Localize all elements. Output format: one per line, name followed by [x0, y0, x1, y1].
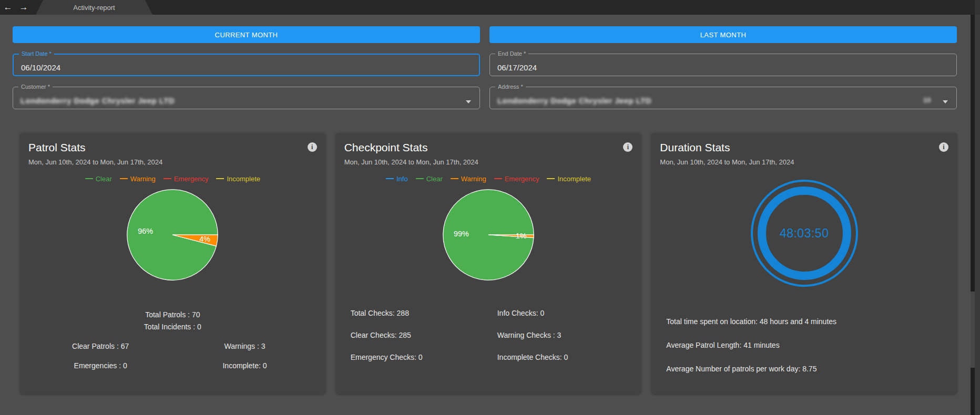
- back-arrow-icon[interactable]: ←: [0, 0, 16, 15]
- pie-slice-label: 1%: [516, 232, 527, 240]
- average-patrols-per-day-stat: Average Number of patrols per work day: …: [666, 364, 948, 374]
- emergency-checks-stat: Emergency Checks: 0: [351, 353, 497, 361]
- info-icon[interactable]: i: [623, 142, 632, 152]
- legend-item-info[interactable]: Info: [386, 175, 408, 183]
- checkpoint-pie-chart[interactable]: 99%1%: [344, 187, 633, 285]
- start-date-label: Start Date *: [19, 51, 54, 57]
- duration-stats-date-range: Mon, Jun 10th, 2024 to Mon, Jun 17th, 20…: [660, 158, 948, 166]
- pie-slice-label: 4%: [200, 235, 211, 243]
- legend-label: Clear: [426, 175, 443, 183]
- address-value: Londonderry Dodge Chrysler Jeep LTD: [497, 96, 651, 105]
- scrollbar-track[interactable]: [971, 15, 975, 415]
- info-icon[interactable]: i: [308, 142, 317, 152]
- legend-dash: [494, 178, 502, 179]
- legend-item-warning[interactable]: Warning: [120, 175, 156, 183]
- pie-slice-label: 99%: [454, 230, 469, 238]
- info-icon[interactable]: i: [939, 142, 948, 152]
- last-month-button[interactable]: LAST MONTH: [489, 26, 957, 43]
- address-select[interactable]: Address * Londonderry Dodge Chrysler Jee…: [489, 84, 957, 109]
- legend-label: Info: [396, 175, 408, 183]
- legend-label: Warning: [461, 175, 486, 183]
- legend-item-incomplete[interactable]: Incomplete: [216, 175, 260, 183]
- legend-item-clear[interactable]: Clear: [416, 175, 443, 183]
- current-month-button[interactable]: CURRENT MONTH: [13, 26, 480, 43]
- checkpoint-stats-date-range: Mon, Jun 10th, 2024 to Mon, Jun 17th, 20…: [344, 158, 633, 166]
- start-date-field[interactable]: Start Date * 06/10/2024: [13, 51, 480, 76]
- pie-slice-label: 96%: [138, 227, 154, 235]
- average-patrol-length-stat: Average Patrol Length: 41 minutes: [666, 340, 948, 350]
- clear-patrols-stat: Clear Patrols : 67: [28, 342, 172, 350]
- filter-section: CURRENT MONTH LAST MONTH Start Date * 06…: [0, 15, 971, 109]
- legend-label: Incomplete: [227, 175, 260, 183]
- patrol-legend: Clear Warning Emergency Incomplete: [28, 174, 317, 183]
- tab-title: Activity-report: [73, 4, 115, 12]
- topbar-edge: [975, 0, 980, 15]
- checkpoint-stats-title: Checkpoint Stats: [344, 141, 428, 154]
- customer-select[interactable]: Customer * Londonderry Dodge Chrysler Je…: [13, 84, 480, 109]
- legend-item-emergency[interactable]: Emergency: [494, 175, 539, 183]
- legend-label: Clear: [96, 175, 112, 183]
- window-edge: [975, 15, 980, 415]
- legend-label: Emergency: [174, 175, 209, 183]
- warning-checks-stat: Warning Checks : 3: [497, 331, 633, 339]
- incomplete-checks-stat: Incomplete Checks: 0: [497, 353, 633, 361]
- patrol-pie-chart[interactable]: 96%4%: [28, 187, 317, 285]
- tab-activity-report[interactable]: Activity-report: [36, 0, 152, 15]
- legend-item-warning[interactable]: Warning: [451, 175, 486, 183]
- forward-arrow-icon[interactable]: →: [16, 0, 32, 15]
- clear-checks-stat: Clear Checks: 285: [351, 331, 497, 339]
- customer-value: Londonderry Dodge Chrysler Jeep LTD: [21, 96, 175, 105]
- top-navigation-bar: ← → Activity-report: [0, 0, 980, 15]
- legend-dash: [416, 178, 424, 179]
- end-date-field[interactable]: End Date * 06/17/2024: [489, 51, 957, 76]
- legend-label: Incomplete: [557, 175, 591, 183]
- total-checks-stat: Total Checks: 288: [351, 309, 497, 317]
- legend-label: Warning: [130, 175, 156, 183]
- address-dropdown-arrow-icon[interactable]: [943, 100, 948, 103]
- duration-ring-chart: 48:03:50: [660, 174, 948, 293]
- duration-stats-card: Duration Stats i Mon, Jun 10th, 2024 to …: [651, 133, 957, 394]
- address-label: Address *: [495, 84, 526, 90]
- duration-stats-title: Duration Stats: [660, 141, 730, 154]
- checkpoint-legend: Info Clear Warning Emergency Incomplete: [344, 174, 633, 183]
- legend-item-emergency[interactable]: Emergency: [164, 175, 209, 183]
- legend-dash: [547, 178, 555, 179]
- patrol-stats-title: Patrol Stats: [28, 141, 86, 154]
- total-time-stat: Total time spent on location: 48 hours a…: [666, 317, 948, 327]
- total-duration-value: 48:03:50: [780, 226, 829, 241]
- info-checks-stat: Info Checks: 0: [497, 309, 633, 317]
- total-incidents-stat: Total Incidents : 0: [28, 321, 317, 333]
- patrol-stats-card: Patrol Stats i Mon, Jun 10th, 2024 to Mo…: [20, 133, 325, 394]
- customer-label: Customer *: [18, 84, 53, 90]
- end-date-label: End Date *: [495, 51, 528, 57]
- emergencies-stat: Emergencies : 0: [28, 361, 172, 370]
- end-date-value[interactable]: 06/17/2024: [497, 63, 537, 72]
- customer-dropdown-arrow-icon[interactable]: [466, 100, 471, 103]
- legend-dash: [85, 178, 93, 179]
- start-date-value[interactable]: 06/10/2024: [21, 63, 60, 71]
- scrollbar-thumb[interactable]: [971, 292, 975, 368]
- warnings-stat: Warnings : 3: [172, 342, 317, 350]
- legend-dash: [451, 178, 458, 179]
- legend-dash: [164, 178, 171, 179]
- checkpoint-stats-card: Checkpoint Stats i Mon, Jun 10th, 2024 t…: [336, 133, 641, 394]
- legend-dash: [120, 178, 128, 179]
- legend-dash: [216, 178, 224, 179]
- stats-cards-row: Patrol Stats i Mon, Jun 10th, 2024 to Mo…: [0, 133, 971, 394]
- legend-item-clear[interactable]: Clear: [85, 175, 112, 183]
- legend-item-incomplete[interactable]: Incomplete: [547, 175, 591, 183]
- patrol-stats-date-range: Mon, Jun 10th, 2024 to Mon, Jun 17th, 20…: [28, 158, 317, 166]
- legend-dash: [386, 178, 394, 179]
- incomplete-stat: Incomplete: 0: [172, 361, 317, 370]
- total-patrols-stat: Total Patrols : 70: [28, 309, 317, 321]
- legend-label: Emergency: [505, 175, 539, 183]
- address-badge: 10: [923, 96, 931, 104]
